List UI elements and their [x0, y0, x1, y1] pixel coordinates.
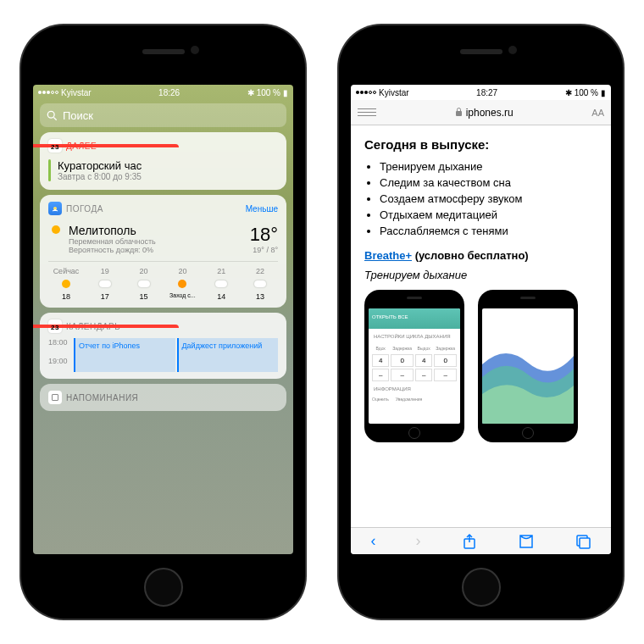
- svg-line-1: [53, 117, 56, 119]
- show-less-button[interactable]: Меньше: [246, 204, 278, 214]
- battery-icon: ▮: [283, 88, 288, 97]
- article-list: Тренируем дыхание Следим за качеством сн…: [380, 160, 597, 237]
- search-icon: [47, 110, 58, 121]
- rain-chance: Вероятность дождя: 0%: [69, 246, 250, 254]
- url-bar[interactable]: iphones.ru: [383, 107, 585, 119]
- list-item: Отдыхаем медитацией: [380, 208, 597, 221]
- bookmarks-icon[interactable]: [518, 533, 535, 550]
- svg-rect-3: [456, 111, 462, 116]
- battery-label: 100 %: [575, 88, 598, 97]
- current-weather-icon: [48, 224, 64, 236]
- list-item: Расслабляемся с тенями: [380, 225, 597, 237]
- screenshot-mini-2: [478, 290, 578, 442]
- page-title: Сегодня в выпуске:: [364, 137, 597, 152]
- carrier-label: Kyivstar: [379, 88, 409, 97]
- screen: Kyivstar 18:26 ✱ 100 % ▮ Поиск 23 ДАЛЕЕ …: [33, 85, 293, 554]
- status-time: 18:26: [158, 88, 180, 97]
- tabs-icon[interactable]: [575, 533, 591, 550]
- calendar-widget[interactable]: 23 КАЛЕНДАРЬ 18:0019:00 Отчет по iPhones…: [40, 313, 286, 379]
- price-note: (условно бесплатно): [415, 249, 529, 262]
- back-button[interactable]: ‹: [371, 532, 376, 550]
- weather-condition: Переменная облачность: [69, 237, 250, 246]
- status-time: 18:27: [476, 88, 497, 97]
- list-item: Следим за качеством сна: [380, 176, 597, 189]
- wave-icon: [482, 314, 574, 424]
- event-bar-icon: [48, 159, 51, 181]
- lock-icon: [455, 108, 463, 117]
- home-button[interactable]: [144, 568, 183, 607]
- widget-header: НАПОМИНАНИЯ: [66, 393, 138, 402]
- reminders-icon: [48, 391, 62, 404]
- list-item: Тренируем дыхание: [380, 160, 597, 173]
- app-link[interactable]: Breathe+: [364, 249, 412, 262]
- bluetooth-icon: ✱: [565, 88, 572, 97]
- home-button[interactable]: [462, 568, 501, 607]
- screenshot-mini-1: ОТКРЫТЬ ВСЕ НАСТРОЙКИ ЦИКЛА ДЫХАНИЯ Вдох…: [364, 290, 464, 442]
- weather-widget[interactable]: ПОГОДА Меньше Мелитополь Переменная обла…: [40, 195, 286, 308]
- weather-icon: [48, 202, 62, 215]
- city-name: Мелитополь: [69, 224, 250, 237]
- calendar-icon: 23: [48, 139, 62, 153]
- phone-left: Kyivstar 18:26 ✱ 100 % ▮ Поиск 23 ДАЛЕЕ …: [21, 25, 305, 619]
- calendar-icon: 23: [48, 319, 62, 333]
- event-time: Завтра с 8:00 до 9:35: [58, 172, 142, 181]
- list-item: Создаем атмосферу звуком: [380, 192, 597, 205]
- safari-bottom-bar: ‹ ›: [351, 527, 611, 554]
- event-title: Кураторский час: [58, 159, 142, 172]
- battery-label: 100 %: [257, 88, 280, 97]
- search-input[interactable]: Поиск: [40, 103, 286, 127]
- signal-icon: [356, 91, 376, 94]
- search-placeholder: Поиск: [63, 109, 93, 122]
- signal-icon: [38, 91, 58, 94]
- svg-rect-6: [580, 538, 590, 548]
- phone-right: Kyivstar 18:27 ✱ 100 % ▮ iphones.ru AA С…: [339, 25, 623, 619]
- up-next-widget[interactable]: 23 ДАЛЕЕ Кураторский час Завтра с 8:00 д…: [40, 132, 286, 190]
- carrier-label: Kyivstar: [61, 88, 92, 97]
- forward-button[interactable]: ›: [416, 532, 421, 550]
- reader-button[interactable]: AA: [591, 108, 604, 118]
- battery-icon: ▮: [601, 88, 606, 97]
- hourly-forecast[interactable]: Сейчас18 1917 2015 20Заход с... 2114 221…: [48, 261, 278, 301]
- safari-toolbar: iphones.ru AA: [351, 100, 611, 125]
- bluetooth-icon: ✱: [247, 88, 254, 97]
- calendar-event[interactable]: Отчет по iPhones: [74, 338, 175, 372]
- screen: Kyivstar 18:27 ✱ 100 % ▮ iphones.ru AA С…: [351, 85, 611, 554]
- menu-icon[interactable]: [358, 105, 376, 120]
- page-content[interactable]: Сегодня в выпуске: Тренируем дыхание Сле…: [351, 125, 611, 527]
- section-subtitle: Тренируем дыхание: [364, 269, 597, 281]
- current-temp: 18°: [250, 224, 278, 246]
- svg-point-0: [47, 111, 54, 118]
- reminders-widget[interactable]: НАПОМИНАНИЯ: [40, 384, 286, 411]
- calendar-event[interactable]: Дайджест приложений: [177, 338, 279, 372]
- share-icon[interactable]: [461, 533, 478, 550]
- status-bar: Kyivstar 18:27 ✱ 100 % ▮: [351, 85, 611, 100]
- widget-header: ПОГОДА: [66, 204, 103, 214]
- status-bar: Kyivstar 18:26 ✱ 100 % ▮: [33, 85, 293, 100]
